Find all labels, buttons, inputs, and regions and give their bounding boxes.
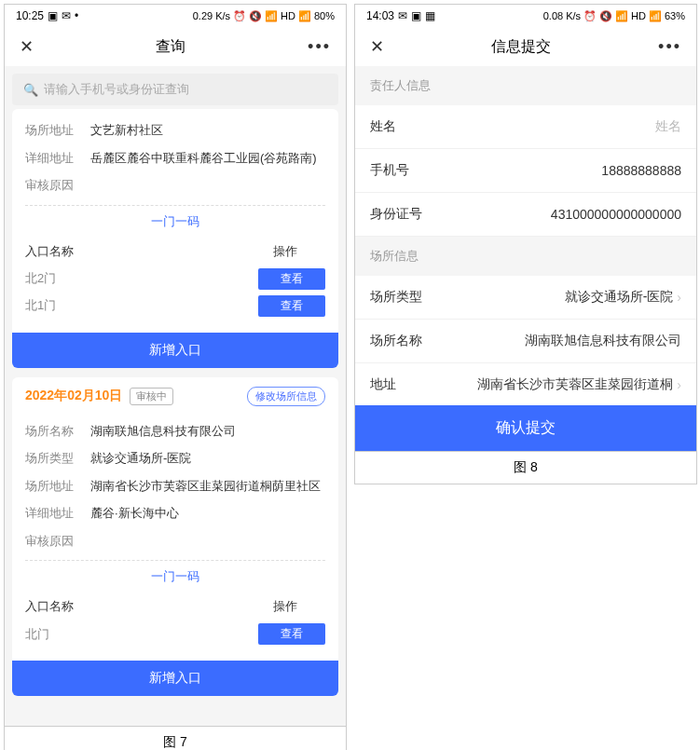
form-row-idcard[interactable]: 身份证号 431000000000000000 [355,193,696,237]
view-button[interactable]: 查看 [258,295,325,317]
search-icon: 🔍 [23,83,38,97]
signal-icon: 📶 [298,10,311,22]
form-body: 责任人信息 姓名 姓名 手机号 18888888888 身份证号 4310000… [355,66,696,451]
table-row: 北门 查看 [25,620,325,648]
field-label: 场所地址 [25,121,90,140]
field-value: 麓谷·新长海中心 [90,504,325,523]
more-icon[interactable]: ••• [308,37,331,57]
search-placeholder: 请输入手机号或身份证查询 [44,81,189,98]
scroll-area[interactable]: 🔍 请输入手机号或身份证查询 场所地址 文艺新村社区 详细地址 岳麓区麓谷中联重… [5,66,346,726]
battery: 80% [314,10,335,21]
view-button[interactable]: 查看 [258,268,325,290]
status-badge: 审核中 [130,388,173,405]
form-value: 姓名 [415,118,681,135]
field-label: 场所类型 [25,449,90,468]
figure-caption: 图 8 [354,452,697,484]
submit-button[interactable]: 确认提交 [355,405,696,451]
form-label: 手机号 [370,162,409,179]
field-label: 场所名称 [25,422,90,441]
field-value [90,176,325,195]
gate-name: 北门 [25,626,49,643]
field-label: 审核原因 [25,532,90,551]
gate-name: 北2门 [25,270,56,287]
image-icon: ▣ [48,9,58,22]
form-row-type[interactable]: 场所类型 就诊交通场所-医院 › [355,276,696,320]
field-value: 湖南省长沙市芙蓉区韭菜园街道桐荫里社区 [90,477,325,496]
alarm-icon: ⏰ [583,10,597,22]
app-header: ✕ 信息提交 ••• [355,27,696,66]
hd-icon: HD [631,10,646,21]
image-icon: ▣ [411,9,421,22]
phone-left: 10:25 ▣ ✉ • 0.29 K/s ⏰ 🔇 📶 HD 📶 80% ✕ 查询… [4,4,347,727]
field-value [90,532,325,551]
close-icon[interactable]: ✕ [370,36,384,57]
table-row: 北2门 查看 [25,266,325,293]
alarm-icon: ⏰ [233,10,246,22]
form-row-address[interactable]: 地址 湖南省长沙市芙蓉区韭菜园街道桐 › [355,363,696,407]
field-value: 文艺新村社区 [90,121,325,140]
form-value: 就诊交通场所-医院 [441,289,673,306]
form-value: 湖南省长沙市芙蓉区韭菜园街道桐 [415,376,673,393]
net-speed: 0.08 K/s [543,10,581,21]
battery: 63% [665,10,685,21]
code-link[interactable]: 一门一码 [25,560,325,593]
form-label: 地址 [370,376,396,393]
mute-icon: 🔇 [249,10,262,22]
field-label: 详细地址 [25,149,90,168]
form-row-phone[interactable]: 手机号 18888888888 [355,149,696,193]
net-speed: 0.29 K/s [193,10,230,21]
form-label: 身份证号 [370,206,422,223]
location-card: 2022年02月10日 审核中 修改场所信息 场所名称 湖南联旭信息科技有限公司… [12,377,338,697]
section-header: 场所信息 [355,237,696,276]
hd-icon: HD [281,10,295,21]
field-value: 岳麓区麓谷中联重科麓谷工业园(谷苑路南) [90,149,325,168]
close-icon[interactable]: ✕ [20,36,34,57]
th-name: 入口名称 [25,598,74,615]
page-title: 信息提交 [384,37,658,57]
edit-location-button[interactable]: 修改场所信息 [247,387,325,406]
add-entrance-button[interactable]: 新增入口 [12,333,338,368]
status-time: 14:03 [366,9,394,22]
search-input[interactable]: 🔍 请输入手机号或身份证查询 [12,74,338,105]
page-title: 查询 [34,37,308,57]
figure-caption: 图 7 [4,727,347,750]
field-label: 场所地址 [25,477,90,496]
chevron-right-icon: › [677,290,681,305]
form-row-place-name[interactable]: 场所名称 湖南联旭信息科技有限公司 [355,320,696,363]
field-value: 湖南联旭信息科技有限公司 [90,422,325,441]
form-value: 18888888888 [428,163,681,178]
section-header: 责任人信息 [355,66,696,105]
th-op: 操作 [273,243,297,260]
code-link[interactable]: 一门一码 [25,205,325,238]
mute-icon: 🔇 [599,10,612,22]
wechat-icon: ✉ [62,9,71,22]
signal-icon: 📶 [649,10,662,22]
form-label: 姓名 [370,118,396,135]
card-date: 2022年02月10日 [25,388,122,404]
dots-icon: • [75,9,78,22]
phone-right: 14:03 ✉ ▣ ▦ 0.08 K/s ⏰ 🔇 📶 HD 📶 63% ✕ 信息… [354,4,697,452]
gate-name: 北1门 [25,297,56,314]
status-bar: 14:03 ✉ ▣ ▦ 0.08 K/s ⏰ 🔇 📶 HD 📶 63% [355,5,696,27]
wifi-icon: 📶 [265,10,278,22]
app-icon: ▦ [425,9,435,22]
field-label: 审核原因 [25,176,90,195]
table-row: 北1门 查看 [25,293,325,320]
more-icon[interactable]: ••• [658,37,681,57]
location-card: 场所地址 文艺新村社区 详细地址 岳麓区麓谷中联重科麓谷工业园(谷苑路南) 审核… [12,109,338,368]
form-row-name[interactable]: 姓名 姓名 [355,105,696,149]
form-value: 湖南联旭信息科技有限公司 [441,333,681,349]
form-label: 场所名称 [370,333,422,349]
th-op: 操作 [273,598,297,615]
field-value: 就诊交通场所-医院 [90,449,325,468]
wifi-icon: 📶 [615,10,628,22]
status-time: 10:25 [16,9,44,22]
form-value: 431000000000000000 [441,207,681,222]
form-label: 场所类型 [370,289,422,306]
status-bar: 10:25 ▣ ✉ • 0.29 K/s ⏰ 🔇 📶 HD 📶 80% [5,5,346,27]
add-entrance-button[interactable]: 新增入口 [12,661,338,696]
th-name: 入口名称 [25,243,74,260]
view-button[interactable]: 查看 [258,623,325,645]
app-header: ✕ 查询 ••• [5,27,346,66]
wechat-icon: ✉ [398,9,407,22]
